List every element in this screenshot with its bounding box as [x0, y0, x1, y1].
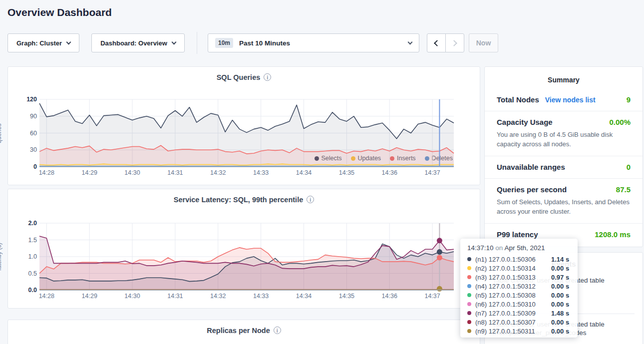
tooltip-node-label: (n4) 127.0.0.1:50312: [475, 283, 551, 290]
tooltip-node-value: 0.00 s: [551, 283, 569, 290]
chevron-right-icon: [451, 40, 457, 46]
time-range-dropdown[interactable]: 10m Past 10 Minutes: [208, 33, 419, 52]
capacity-usage-label: Capacity Usage: [497, 118, 553, 126]
page-title: Overview Dashboard: [7, 6, 112, 18]
series-dot-icon: [467, 257, 471, 261]
p99-latency-value: 1208.0 ms: [595, 230, 631, 239]
time-range-badge: 10m: [215, 38, 233, 48]
x-axis-tick: 14:28: [34, 293, 59, 300]
series-dot-icon: [467, 275, 471, 279]
tooltip-node-value: 1.14 s: [551, 256, 569, 263]
time-next-button[interactable]: [445, 33, 464, 52]
x-axis-tick: 14:29: [77, 293, 102, 300]
total-nodes-label: Total Nodes: [497, 95, 539, 104]
service-latency-chart[interactable]: latency (s) 0.00.51.01.52.0 14:2814:2914…: [17, 223, 454, 290]
replicas-per-node-card: Replicas per Nodei: [7, 320, 480, 344]
y-axis-tick: 120: [26, 96, 37, 103]
view-nodes-list-link[interactable]: View nodes list: [545, 96, 596, 104]
tooltip-node-value: 0.00 s: [551, 328, 569, 335]
chart-title: Service Latency: SQL, 99th percentilei: [8, 196, 480, 204]
tooltip-row: (n2) 127.0.0.1:503140.00 s: [467, 264, 571, 273]
chevron-down-icon: [408, 39, 413, 44]
dashboard-dropdown[interactable]: Dashboard: Overview: [91, 33, 185, 52]
unavailable-ranges-value: 0: [627, 163, 631, 171]
y-axis-tick: 1.5: [28, 237, 37, 244]
tooltip-node-value: 0.00 s: [551, 292, 569, 299]
tooltip-row: (n8) 127.0.0.1:503070.00 s: [467, 318, 571, 327]
sql-queries-chart[interactable]: queries 0306090120 14:2814:2914:3014:311…: [17, 99, 454, 167]
tooltip-node-value: 0.00 s: [551, 265, 569, 272]
controls-divider: [197, 32, 197, 54]
x-axis-tick: 14:28: [34, 169, 59, 176]
summary-row-total-nodes: Total Nodes View nodes list 9: [485, 89, 643, 111]
x-axis-tick: 14:37: [420, 293, 445, 300]
series-dot-icon: [467, 293, 471, 297]
chart-title: Replicas per Nodei: [8, 327, 480, 335]
unavailable-ranges-label: Unavailable ranges: [497, 163, 565, 171]
x-axis-tick: 14:31: [163, 169, 188, 176]
series-dot-icon: [467, 320, 471, 324]
qps-label: Queries per second: [497, 185, 567, 194]
x-axis-tick: 14:35: [334, 169, 359, 176]
summary-row-qps: Queries per second 87.5 Sum of Selects, …: [485, 179, 643, 224]
series-dot-icon: [467, 284, 471, 288]
summary-row-capacity: Capacity Usage 0.00% You are using 0 B o…: [485, 111, 643, 156]
service-latency-card: Service Latency: SQL, 99th percentilei l…: [7, 189, 480, 309]
summary-row-unavailable-ranges: Unavailable ranges 0: [485, 156, 643, 179]
qps-value: 87.5: [616, 185, 631, 194]
series-dot-icon: [467, 329, 471, 333]
tooltip-row: (n1) 127.0.0.1:503061.14 s: [467, 255, 571, 264]
tooltip-row: (n5) 127.0.0.1:503080.00 s: [467, 291, 571, 300]
series-dot-icon: [467, 266, 471, 270]
tooltip-node-label: (n7) 127.0.0.1:50309: [475, 310, 551, 317]
y-axis: 0306090120: [17, 99, 37, 167]
tooltip-row: (n4) 127.0.0.1:503120.00 s: [467, 282, 571, 291]
x-axis-tick: 14:30: [120, 169, 145, 176]
chart-title: SQL Queriesi: [8, 73, 480, 81]
y-axis-tick: 2.0: [28, 220, 37, 227]
graph-dropdown-label: Graph: Cluster: [16, 39, 62, 47]
y-axis-tick: 60: [30, 130, 37, 137]
tooltip-node-value: 0.00 s: [551, 301, 569, 308]
x-axis-tick: 14:34: [292, 169, 317, 176]
qps-description: Sum of Selects, Updates, Inserts, and De…: [497, 197, 631, 216]
graph-dropdown[interactable]: Graph: Cluster: [7, 33, 79, 52]
tooltip-node-value: 1.48 s: [551, 310, 569, 317]
info-icon[interactable]: i: [264, 73, 271, 81]
y-axis-tick: 1.0: [28, 253, 37, 260]
tooltip-node-label: (n5) 127.0.0.1:50308: [475, 292, 551, 299]
x-axis-tick: 14:30: [120, 293, 145, 300]
chart-plot[interactable]: [39, 99, 454, 167]
dashboard-dropdown-label: Dashboard: Overview: [100, 39, 167, 47]
x-axis-tick: 14:36: [377, 293, 402, 300]
tooltip-row: (n9) 127.0.0.1:503110.00 s: [467, 327, 571, 336]
x-axis-tick: 14:33: [249, 293, 274, 300]
tooltip-node-value: 0.00 s: [551, 319, 569, 326]
tooltip-row: (n3) 127.0.0.1:503130.97 s: [467, 273, 571, 282]
info-icon[interactable]: i: [274, 327, 281, 334]
series-dot-icon: [467, 311, 471, 315]
tooltip-timestamp: 14:37:10 on Apr 5th, 2021: [467, 244, 571, 252]
capacity-usage-description: You are using 0 B of 4.5 GiB usable disk…: [497, 130, 631, 149]
chart-plot[interactable]: [39, 223, 454, 290]
x-axis-tick: 14:36: [377, 169, 402, 176]
info-icon[interactable]: i: [307, 196, 314, 203]
chart-tooltip: 14:37:10 on Apr 5th, 2021 (n1) 127.0.0.1…: [460, 239, 578, 338]
overview-dashboard-page: Overview Dashboard Graph: Cluster Dashbo…: [0, 0, 644, 344]
p99-latency-label: P99 latency: [497, 230, 538, 239]
series-dot-icon: [467, 302, 471, 306]
capacity-usage-value: 0.00%: [609, 118, 631, 126]
tooltip-node-label: (n9) 127.0.0.1:50311: [475, 328, 551, 335]
time-prev-button[interactable]: [427, 33, 446, 52]
tooltip-node-label: (n8) 127.0.0.1:50307: [475, 319, 551, 326]
tooltip-node-label: (n3) 127.0.0.1:50313: [475, 274, 551, 281]
time-range-label: Past 10 Minutes: [239, 39, 290, 47]
now-button[interactable]: Now: [469, 33, 498, 52]
chevron-down-icon: [66, 39, 71, 44]
x-axis-tick: 14:29: [77, 169, 102, 176]
y-axis-label: latency (s): [0, 243, 2, 270]
x-axis-tick: 14:33: [249, 169, 274, 176]
x-axis-tick: 14:37: [420, 169, 445, 176]
x-axis-tick: 14:34: [292, 293, 317, 300]
sql-queries-card: SQL Queriesi SelectsUpdatesInsertsDelete…: [7, 66, 480, 185]
